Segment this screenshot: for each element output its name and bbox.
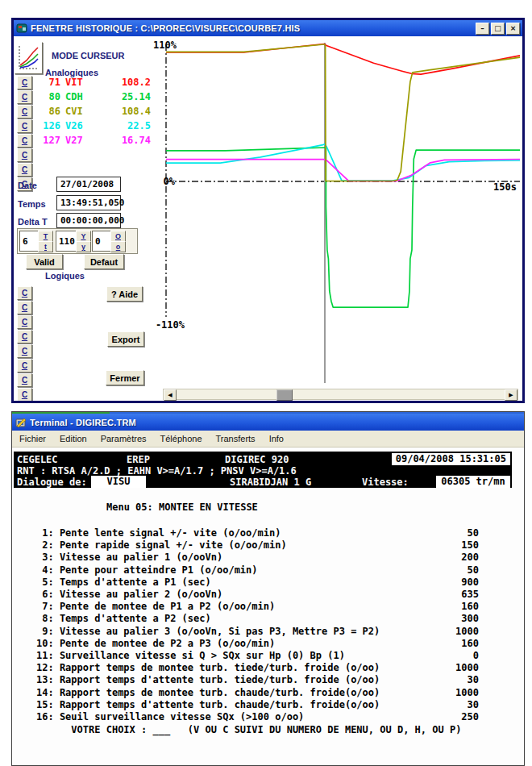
menu-line-value: 160 xyxy=(461,601,479,613)
t-step-up-button[interactable]: T xyxy=(38,231,53,242)
scroll-thumb[interactable] xyxy=(276,389,293,401)
mode-curseur-label: MODE CURSEUR xyxy=(52,51,124,60)
maximize-button[interactable]: □ xyxy=(491,23,505,35)
series-group xyxy=(166,44,520,308)
terminal-menu-line: 9: Vitesse au palier 3 (o/ooVn, Si pas P… xyxy=(36,626,479,638)
station-label: SIRABIDJAN 1 G xyxy=(230,477,311,488)
valid-button[interactable]: Valid xyxy=(26,254,63,269)
historic-content: 110% 0% -110% 150s MODE CURSEUR Analogiq… xyxy=(14,36,522,401)
c-clear-button[interactable]: C xyxy=(17,301,32,314)
terminal-titlebar[interactable]: Terminal - DIGIREC.TRM xyxy=(12,414,524,431)
c-clear-button[interactable]: C xyxy=(17,373,32,387)
channel-value: 16.74 xyxy=(99,135,151,146)
choice-prompt: VOTRE CHOIX : ___ (V OU C SUIVI DU NUMER… xyxy=(36,724,461,735)
desktop: FENETRE HISTORIQUE : C:\PROREC\VISUREC\C… xyxy=(0,0,532,766)
curve-tool-button[interactable] xyxy=(15,42,43,74)
scroll-left-button[interactable]: ◀ xyxy=(164,389,177,401)
menu-line-label: 2: Pente rapide signal +/- vite (o/oo/mi… xyxy=(36,539,287,552)
menu-line-label: 16: Seuil surveillance vitesse SQx (>100… xyxy=(36,711,304,723)
c-clear-button[interactable]: C xyxy=(17,344,32,358)
analog-channel-row: 80CDH25.14 xyxy=(38,90,151,102)
y-axis-bottom-label: -110% xyxy=(156,319,185,331)
c-clear-button[interactable]: C xyxy=(17,163,32,177)
o-offset-up-button[interactable]: O xyxy=(110,231,126,242)
menu-line-value: 1000 xyxy=(455,662,479,674)
y-axis-top-label: 110% xyxy=(153,40,177,51)
band-line1: CEGELEC EREP DIGIREC 920 09/04/2008 15:3… xyxy=(14,454,512,465)
menubar-item-parametres[interactable]: Paramètres xyxy=(101,432,154,445)
terminal-menu-line: 11: Surveillance vitesse si Q > SQx sur … xyxy=(36,650,479,662)
historic-window-title: FENETRE HISTORIQUE : C:\PROREC\VISUREC\C… xyxy=(31,23,472,33)
terminal-menu-line: 4: Pente pour atteindre P1 (o/oo/min)50 xyxy=(36,564,479,577)
c-clear-button[interactable]: C xyxy=(17,105,32,119)
menubar-item-info[interactable]: Info xyxy=(269,432,291,445)
terminal-window-title: Terminal - DIGIREC.TRM xyxy=(30,418,521,427)
delta-t-field[interactable]: 00:00:00,000 xyxy=(56,213,121,228)
close-button[interactable]: × xyxy=(506,23,520,35)
dialogue-label: Dialogue de: xyxy=(17,477,87,488)
c-clear-button[interactable]: C xyxy=(17,359,32,373)
menu-line-label: 3: Vitesse au palier 1 (o/ooVn) xyxy=(36,552,222,564)
channel-name: V26 xyxy=(65,120,99,131)
channel-number: 86 xyxy=(38,106,60,117)
y-scale-down-button[interactable]: y xyxy=(76,241,91,252)
y-scale-up-button[interactable]: Y xyxy=(76,231,91,242)
y-scale-field[interactable]: 110 xyxy=(56,231,78,252)
menubar-item-fichier[interactable]: Fichier xyxy=(19,432,53,445)
terminal-menu-line: 13: Rapport temps d'attente turb. tiede/… xyxy=(36,674,479,686)
menu-line-label: 14: Rapport temps de montee turb. chaude… xyxy=(36,687,380,699)
menu-line-value: 300 xyxy=(461,613,479,625)
menubar-item-transferts[interactable]: Transferts xyxy=(216,432,263,445)
menu-title: Menu 05: MONTEE EN VITESSE xyxy=(106,502,258,513)
c-clear-button[interactable]: C xyxy=(17,76,32,90)
o-offset-down-button[interactable]: o xyxy=(110,241,126,252)
erep-label: EREP xyxy=(127,454,150,465)
aide-button[interactable]: ? Aide xyxy=(106,286,143,302)
c-clear-button[interactable]: C xyxy=(17,388,32,401)
chart-h-scrollbar[interactable]: ◀ ▶ xyxy=(163,389,518,400)
menubar-item-edition[interactable]: Edition xyxy=(60,432,94,445)
c-clear-button[interactable]: C xyxy=(17,90,32,104)
terminal-window-icon[interactable] xyxy=(15,417,27,428)
channel-value: 108.4 xyxy=(99,106,151,117)
terminal-menu-line: 14: Rapport temps de montee turb. chaude… xyxy=(36,687,479,699)
historic-titlebar[interactable]: FENETRE HISTORIQUE : C:\PROREC\VISUREC\C… xyxy=(14,20,522,36)
c-clear-button[interactable]: C xyxy=(17,148,32,162)
scroll-right-button[interactable]: ▶ xyxy=(505,389,517,401)
terminal-header-band: CEGELEC EREP DIGIREC 920 09/04/2008 15:3… xyxy=(14,452,512,488)
datetime-box: 09/04/2008 15:31:05 xyxy=(392,453,510,465)
terminal-menubar: FichierEditionParamètresTéléphoneTransfe… xyxy=(12,431,524,448)
delta-t-label: Delta T xyxy=(18,217,48,227)
menu-line-value: 50 xyxy=(468,527,479,539)
menu-line-label: 1: Pente lente signal +/- vite (o/oo/min… xyxy=(36,527,281,539)
x-axis-time-label: 150s xyxy=(493,181,517,193)
analog-channel-row: 71VIT108.2 xyxy=(38,76,151,88)
channel-name: V27 xyxy=(65,135,99,146)
terminal-menu-line: 16: Seuil surveillance vitesse SQx (>100… xyxy=(36,711,479,723)
date-label: Date xyxy=(18,181,37,190)
export-button[interactable]: Export xyxy=(107,331,144,347)
fermer-button[interactable]: Fermer xyxy=(106,370,144,385)
defaut-button[interactable]: Defaut xyxy=(84,254,124,269)
menubar-item-telephone[interactable]: Téléphone xyxy=(160,432,210,445)
date-field[interactable]: 27/01/2008 xyxy=(56,177,121,192)
c-clear-button[interactable]: C xyxy=(17,330,32,343)
minimize-button[interactable]: – xyxy=(476,23,489,35)
channel-value: 22.5 xyxy=(99,120,151,131)
c-clear-button[interactable]: C xyxy=(17,134,32,148)
temps-field[interactable]: 13:49:51,050 xyxy=(56,195,121,210)
vendor-label: CEGELEC xyxy=(17,454,58,465)
c-clear-button[interactable]: C xyxy=(17,119,32,133)
series-line-CDH xyxy=(166,148,520,307)
rnt-status-line: RNT : RTSA A/2.D ; EAHN V>=A/1.7 ; PNSV … xyxy=(17,465,297,477)
c-clear-button[interactable]: C xyxy=(17,286,32,300)
c-clear-button[interactable]: C xyxy=(17,315,32,329)
terminal-menu-line: 6: Vitesse au palier 2 (o/ooVn)635 xyxy=(36,589,479,601)
menu-line-value: 30 xyxy=(468,674,479,686)
historic-window-icon[interactable] xyxy=(16,23,27,34)
terminal-screen: CEGELEC EREP DIGIREC 920 09/04/2008 15:3… xyxy=(12,448,524,765)
menu-line-value: 150 xyxy=(461,539,479,552)
terminal-menu-line: 15: Rapport temps d'attente turb. chaude… xyxy=(36,699,479,711)
terminal-menu-line: 8: Temps d'attente a P2 (sec)300 xyxy=(36,613,479,625)
t-step-down-button[interactable]: t xyxy=(38,241,53,252)
